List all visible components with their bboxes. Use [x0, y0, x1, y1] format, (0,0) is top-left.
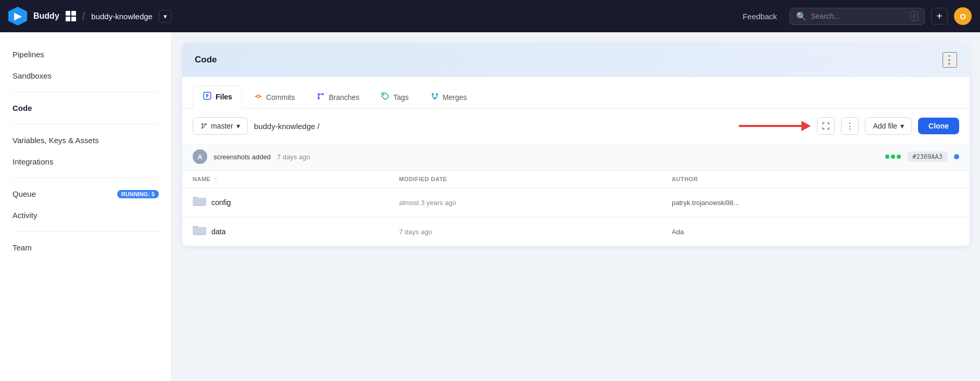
slash-shortcut: /: [910, 11, 918, 21]
tab-files[interactable]: Files: [193, 85, 242, 109]
main-content: Code ⋮ Files Commits: [172, 32, 980, 381]
table-row[interactable]: data 7 days ago Ada: [182, 217, 970, 246]
column-header-author: AUTHOR: [661, 171, 970, 188]
svg-point-11: [202, 123, 203, 124]
code-more-options-button[interactable]: ⋮: [943, 52, 957, 68]
svg-rect-19: [193, 227, 206, 234]
commit-status-indicator: [954, 154, 959, 159]
code-card-header: Code ⋮: [182, 43, 970, 77]
tab-merges[interactable]: Merges: [421, 85, 477, 108]
file-modified-date: 7 days ago: [399, 228, 432, 236]
status-dot-green2: [891, 155, 895, 159]
red-arrow-annotation: [739, 121, 811, 131]
tags-tab-icon: [381, 92, 390, 103]
feedback-button[interactable]: Feedback: [736, 9, 783, 24]
avatar[interactable]: O: [954, 7, 972, 25]
folder-icon: [193, 195, 207, 209]
sidebar-item-variables[interactable]: Variables, Keys & Assets: [0, 131, 171, 150]
branch-name: master: [211, 122, 233, 130]
sidebar-item-code[interactable]: Code: [0, 98, 171, 118]
add-button[interactable]: +: [931, 8, 948, 24]
svg-point-12: [202, 127, 203, 128]
clone-button[interactable]: Clone: [918, 118, 959, 134]
grid-icon[interactable]: [66, 11, 76, 21]
sidebar: Pipelines Sandboxes Code Variables, Keys…: [0, 32, 172, 381]
commits-tab-icon: [254, 92, 262, 103]
sidebar-item-integrations[interactable]: Integrations: [0, 152, 171, 171]
commit-author-avatar: A: [193, 149, 207, 164]
column-header-modified: MODIFIED DATE: [388, 171, 661, 188]
project-name: buddy-knowledge: [91, 12, 153, 21]
app-logo[interactable]: ▶: [8, 7, 27, 26]
repository-toolbar: master ▾ buddy-knowledge / ⋮ Add file ▾: [182, 109, 970, 143]
commit-hash[interactable]: #2369AA3: [907, 151, 948, 162]
pipeline-status-dots: [885, 155, 901, 159]
code-card-title: Code: [195, 55, 217, 65]
status-dot-green: [885, 155, 889, 159]
merges-tab-icon: [431, 92, 439, 103]
tab-commits[interactable]: Commits: [244, 85, 305, 108]
latest-commit-row: A screenshots added 7 days ago #2369AA3: [182, 143, 970, 171]
svg-point-9: [436, 93, 438, 95]
sidebar-item-activity[interactable]: Activity: [0, 206, 171, 225]
sidebar-divider-1: [12, 92, 159, 92]
commit-message: screenshots added: [213, 153, 271, 161]
repo-path: buddy-knowledge /: [254, 122, 320, 131]
sidebar-divider-4: [12, 231, 159, 232]
svg-point-13: [205, 123, 206, 124]
search-input[interactable]: [811, 12, 906, 20]
folder-icon: [193, 224, 207, 238]
top-navigation: ▶ Buddy / buddy-knowledge ▾ Feedback 🔍 /…: [0, 0, 980, 32]
sort-icon[interactable]: ↑: [215, 176, 218, 182]
svg-rect-16: [193, 198, 206, 205]
table-row[interactable]: config almost 3 years ago patryk.trojano…: [182, 188, 970, 217]
nav-slash: /: [82, 10, 85, 22]
svg-point-7: [383, 94, 384, 95]
branch-dropdown-icon: ▾: [236, 122, 240, 130]
code-tabs: Files Commits Branches: [182, 77, 970, 109]
fullscreen-button[interactable]: [817, 117, 835, 135]
file-name[interactable]: config: [211, 198, 231, 207]
sidebar-divider-3: [12, 177, 159, 178]
column-header-name: NAME ↑: [182, 171, 388, 188]
main-layout: Pipelines Sandboxes Code Variables, Keys…: [0, 32, 980, 381]
status-dot-green3: [897, 155, 901, 159]
file-modified-date: almost 3 years ago: [399, 199, 456, 207]
add-file-button[interactable]: Add file ▾: [865, 117, 912, 135]
svg-point-1: [257, 95, 259, 97]
file-table: NAME ↑ MODIFIED DATE AUTHOR: [182, 171, 970, 246]
sidebar-divider-2: [12, 124, 159, 124]
svg-point-8: [432, 93, 434, 95]
tab-tags[interactable]: Tags: [371, 85, 419, 108]
branches-tab-icon: [317, 92, 325, 103]
files-tab-icon: [203, 91, 212, 103]
queue-badge: RUNNING: 5: [117, 190, 159, 198]
add-file-dropdown-icon: ▾: [900, 122, 904, 130]
file-author: patryk.trojanowski98...: [672, 199, 739, 207]
app-name: Buddy: [33, 11, 59, 21]
project-dropdown-button[interactable]: ▾: [159, 10, 172, 23]
commit-time: 7 days ago: [277, 153, 310, 161]
sidebar-item-sandboxes[interactable]: Sandboxes: [0, 66, 171, 85]
branch-selector[interactable]: master ▾: [193, 117, 248, 135]
tab-branches[interactable]: Branches: [307, 85, 369, 108]
code-card: Code ⋮ Files Commits: [182, 43, 970, 246]
search-bar: 🔍 /: [789, 8, 925, 25]
search-icon: 🔍: [796, 11, 807, 21]
sidebar-item-pipelines[interactable]: Pipelines: [0, 45, 171, 64]
sidebar-item-queue[interactable]: Queue RUNNING: 5: [0, 184, 171, 204]
file-author: Ada: [672, 228, 684, 236]
more-options-button[interactable]: ⋮: [841, 117, 859, 135]
sidebar-item-team[interactable]: Team: [0, 238, 171, 257]
file-name[interactable]: data: [211, 227, 225, 236]
